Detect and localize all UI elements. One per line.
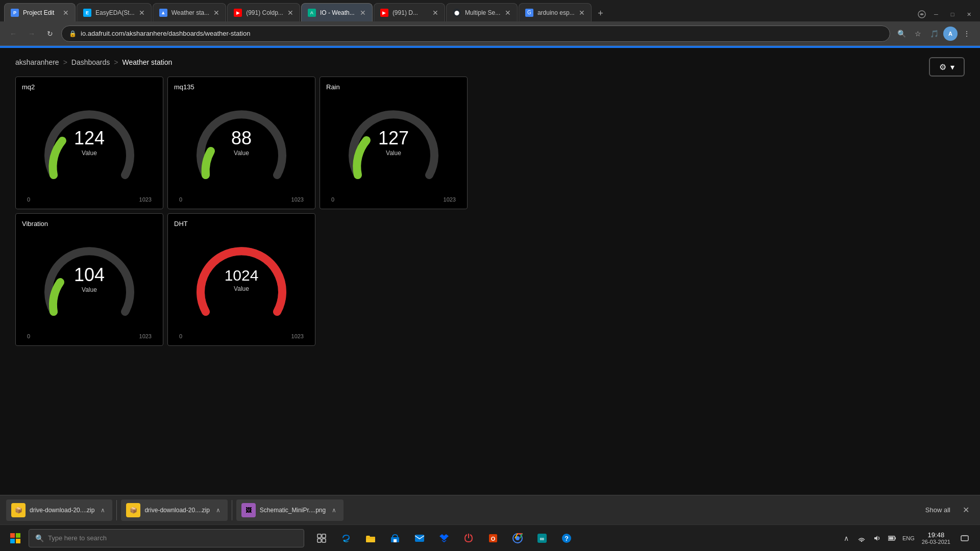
gauge-min-rain: 0 [331, 196, 334, 203]
download-chevron-3[interactable]: ∧ [330, 505, 338, 516]
taskbar-clock[interactable]: 19:48 26-03-2021 [918, 531, 954, 545]
tab-close-project[interactable]: ✕ [63, 9, 69, 17]
chrome-button[interactable] [506, 527, 529, 549]
edge-taskbar-button[interactable] [335, 527, 357, 549]
clock-time: 19:48 [928, 531, 945, 539]
tab-favicon-drive: ▲ [159, 9, 167, 17]
tray-chevron-up[interactable]: ∧ [839, 529, 853, 547]
gauge-range-rain: 0 1023 [326, 196, 461, 203]
tab-adafruit-active[interactable]: A IO - Weath... ✕ [301, 3, 373, 21]
file-explorer-icon [365, 534, 376, 543]
task-view-button[interactable] [310, 527, 333, 549]
close-button[interactable]: ✕ [962, 7, 976, 21]
download-chevron-1[interactable]: ∧ [99, 505, 107, 516]
svg-rect-10 [366, 538, 375, 538]
breadcrumb-user[interactable]: aksharanhere [15, 58, 59, 66]
search-icon: 🔍 [35, 534, 44, 542]
tab-project-edit[interactable]: P Project Edit ✕ [4, 3, 76, 21]
tab-title-youtube2: (991) D... [393, 9, 428, 16]
tab-youtube2[interactable]: ▶ (991) D... ✕ [374, 3, 445, 21]
store-button[interactable] [384, 527, 406, 549]
tab-close-youtube2[interactable]: ✕ [432, 9, 438, 17]
lock-icon: 🔒 [69, 30, 77, 37]
gauge-min-dht: 0 [179, 333, 182, 339]
help-button[interactable]: ? [555, 527, 578, 549]
gauge-label-rain: Value [378, 149, 409, 157]
url-bar[interactable]: 🔒 io.adafruit.com/aksharanhere/dashboard… [61, 26, 890, 42]
gauge-value-display-rain: 127 Value [378, 129, 409, 157]
profile-avatar[interactable]: A [943, 27, 958, 41]
settings-button[interactable]: ⚙ ▾ [929, 57, 965, 77]
tray-network[interactable] [854, 529, 869, 547]
svg-rect-9 [366, 537, 375, 542]
search-button[interactable]: 🔍 [894, 27, 909, 41]
notification-button[interactable] [955, 529, 974, 547]
tray-volume[interactable] [870, 529, 884, 547]
start-button[interactable] [4, 527, 27, 549]
gauge-card-dht: DHT 1024 Value 0 1 [167, 213, 315, 346]
download-item-3: 🖼 Schematic_MiniPr....png ∧ [236, 499, 344, 521]
tab-close-github[interactable]: ✕ [505, 9, 511, 17]
tab-easyeda[interactable]: E EasyEDA(St... ✕ [77, 3, 152, 21]
new-tab-button[interactable]: + [593, 5, 609, 21]
download-divider-1 [116, 500, 117, 520]
office-button[interactable]: O [482, 527, 504, 549]
tab-google[interactable]: G arduino esp... ✕ [519, 3, 592, 21]
download-bar: 📦 drive-download-20....zip ∧ 📦 drive-dow… [0, 495, 980, 524]
dashboard: aksharanhere > Dashboards > Weather stat… [0, 48, 980, 495]
gear-icon: ⚙ [939, 62, 946, 72]
search-box[interactable]: 🔍 Type here to search [29, 529, 304, 547]
tab-github[interactable]: ⬤ Multiple Se... ✕ [446, 3, 518, 21]
mail-button[interactable] [408, 527, 431, 549]
tab-youtube1[interactable]: ▶ (991) Coldp... ✕ [227, 3, 300, 21]
gauge-card-mq135: mq135 88 Value 0 1 [167, 77, 315, 209]
more-menu-button[interactable]: ⋮ [960, 27, 974, 41]
gauge-title-rain: Rain [326, 83, 461, 91]
svg-rect-27 [961, 536, 968, 541]
tab-close-drive[interactable]: ✕ [213, 9, 219, 17]
arduino-button[interactable]: ∞ [531, 527, 553, 549]
arduino-icon: ∞ [537, 533, 547, 543]
address-actions: 🔍 ☆ 🎵 A ⋮ [894, 27, 974, 41]
tab-close-google[interactable]: ✕ [579, 9, 585, 17]
gauge-value-display-dht: 1024 Value [225, 267, 259, 292]
gauge-card-vibration: Vibration 104 Value 0 [15, 213, 163, 346]
download-item-1: 📦 drive-download-20....zip ∧ [6, 499, 112, 521]
close-downloads-button[interactable]: ✕ [958, 502, 974, 518]
show-all-button[interactable]: Show all [920, 503, 955, 517]
file-explorer-button[interactable] [359, 527, 382, 549]
back-button[interactable]: ← [6, 27, 20, 41]
download-icon-3: 🖼 [241, 503, 256, 517]
reload-button[interactable]: ↻ [43, 27, 57, 41]
gauge-range-mq2: 0 1023 [22, 196, 157, 203]
gauge-range-vibration: 0 1023 [22, 333, 157, 339]
gauge-number-rain: 127 [378, 129, 409, 147]
maximize-button[interactable]: □ [945, 7, 960, 21]
tab-close-easyeda[interactable]: ✕ [139, 9, 145, 17]
dropbox-icon [439, 534, 449, 543]
tray-lang[interactable]: ENG [900, 535, 917, 541]
power-icon [463, 533, 474, 543]
edge-icon [917, 9, 927, 19]
dropbox-button[interactable] [433, 527, 455, 549]
tab-close-youtube1[interactable]: ✕ [287, 9, 293, 17]
download-chevron-2[interactable]: ∧ [214, 505, 223, 516]
favorites-button[interactable]: ☆ [911, 27, 925, 41]
download-name-3: Schematic_MiniPr....png [260, 507, 326, 514]
tray-battery[interactable] [885, 529, 899, 547]
download-name-1: drive-download-20....zip [30, 507, 94, 514]
chevron-down-icon: ▾ [950, 62, 954, 72]
power-button[interactable] [457, 527, 480, 549]
svg-rect-1 [10, 533, 15, 538]
breadcrumb-dashboards[interactable]: Dashboards [71, 58, 110, 66]
gauge-max-dht: 1023 [291, 333, 304, 339]
minimize-button[interactable]: ─ [929, 7, 943, 21]
svg-point-23 [861, 540, 862, 542]
svg-rect-2 [16, 533, 20, 538]
tab-close-adafruit[interactable]: ✕ [360, 9, 366, 17]
media-button[interactable]: 🎵 [927, 27, 941, 41]
gauge-range-dht: 0 1023 [174, 333, 309, 339]
tab-weather-drive[interactable]: ▲ Weather sta... ✕ [153, 3, 226, 21]
svg-rect-6 [322, 534, 326, 538]
forward-button[interactable]: → [24, 27, 39, 41]
